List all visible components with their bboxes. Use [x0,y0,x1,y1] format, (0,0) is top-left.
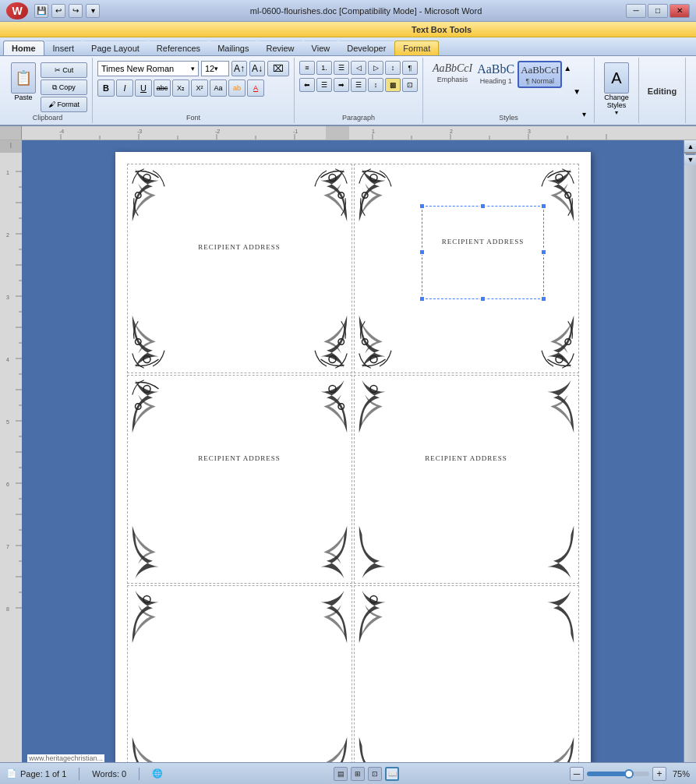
change-case-button[interactable]: Aa [210,79,227,97]
status-separator-2 [139,768,140,780]
bold-button[interactable]: B [97,79,115,97]
language-icon[interactable]: 🌐 [152,768,163,779]
tab-developer[interactable]: Developer [338,41,394,55]
handle-tm[interactable] [480,203,486,209]
handle-ml[interactable] [419,249,425,255]
handle-br[interactable] [541,296,546,302]
highlight-button[interactable]: ab [228,79,246,97]
shading-button[interactable]: ▩ [385,78,401,92]
label-cell-4[interactable]: RECIPIENT ADDRESS [354,375,579,584]
tab-mailings[interactable]: Mailings [209,41,257,55]
font-size-dropdown[interactable]: 12 ▾ [201,61,229,76]
window-title: ml-0600-flourishes.doc [Compatibility Mo… [106,6,626,16]
tab-format[interactable]: Format [394,41,439,55]
vertical-scrollbar[interactable]: ▲ ▼ [684,140,696,762]
svg-text:-2: -2 [215,129,220,134]
line-spacing-button[interactable]: ↕ [368,78,383,92]
maximize-button[interactable]: □ [648,4,668,18]
align-left-button[interactable]: ⬅ [299,78,315,92]
zoom-slider[interactable] [587,772,649,776]
cut-button[interactable]: ✂ Cut [41,62,87,78]
multilevel-button[interactable]: ☰ [334,61,349,75]
style-normal[interactable]: AaBbCcI ¶ Normal [518,61,562,88]
label-cell-1[interactable]: RECIPIENT ADDRESS [127,164,352,373]
word-count: Words: 0 [92,769,126,779]
handle-bm[interactable] [480,296,486,302]
label-cell-3[interactable]: RECIPIENT ADDRESS [127,375,352,584]
editing-content: Editing [648,61,677,122]
minimize-button[interactable]: ─ [626,4,646,18]
window-controls: ─ □ ✕ [626,4,690,18]
superscript-button[interactable]: X² [191,79,208,97]
save-button[interactable]: 💾 [34,4,48,18]
tab-insert[interactable]: Insert [44,41,83,55]
decrease-font-button[interactable]: A↓ [249,61,265,76]
undo-button[interactable]: ↩ [51,4,65,18]
align-center-button[interactable]: ☰ [316,78,332,92]
view-mode-btn-3[interactable]: ⊡ [368,767,382,781]
borders-button[interactable]: ⊡ [402,78,418,92]
handle-mr[interactable] [541,249,546,255]
label-cell-2[interactable]: RECIPIENT ADDRESS [354,164,579,373]
style-emphasis[interactable]: AaBbCcI Emphasis [431,61,474,85]
view-mode-btn-4[interactable]: 📖 [385,767,399,781]
scroll-thumb[interactable] [685,154,696,155]
font-color-button[interactable]: A [247,79,264,97]
document-area: RECIPIENT ADDRESS [22,140,684,762]
sort-button[interactable]: ↕ [385,61,401,75]
handle-tl[interactable] [419,203,425,209]
label-cell-6[interactable] [354,585,579,762]
decrease-indent-button[interactable]: ◁ [351,61,366,75]
font-name-dropdown[interactable]: Times New Roman ▾ [97,61,199,76]
paste-button[interactable]: 📋 Paste [8,61,39,103]
increase-font-button[interactable]: A↑ [231,61,247,76]
flourish-bl-4 [356,523,415,581]
copy-button[interactable]: ⧉ Copy [41,79,87,95]
italic-button[interactable]: I [116,79,133,97]
style-heading1[interactable]: AaBbC Heading 1 [475,61,516,87]
svg-text:|: | [10,142,12,148]
page-icon: 📄 [6,768,17,779]
show-formatting-button[interactable]: ¶ [402,61,418,75]
tab-references[interactable]: References [148,41,209,55]
justify-button[interactable]: ☰ [351,78,366,92]
increase-indent-button[interactable]: ▷ [368,61,383,75]
numbering-button[interactable]: 1. [316,61,332,75]
bullets-button[interactable]: ≡ [299,61,315,75]
styles-scroll-down[interactable]: ▼ [573,87,581,96]
tab-page-layout[interactable]: Page Layout [83,41,148,55]
scroll-up-button[interactable]: ▲ [684,140,696,153]
zoom-thumb[interactable] [624,769,634,779]
paragraph-content: ≡ 1. ☰ ◁ ▷ ↕ ¶ ⬅ ☰ ➡ ☰ ↕ ▩ ⊡ [299,61,418,122]
redo-button[interactable]: ↪ [69,4,83,18]
svg-text:-4: -4 [59,129,64,134]
strikethrough-button[interactable]: abc [154,79,171,97]
subscript-button[interactable]: X₂ [172,79,189,97]
styles-content: AaBbCcI Emphasis AaBbC Heading 1 AaBbCcI… [431,61,586,122]
zoom-out-button[interactable]: ─ [570,767,584,781]
view-mode-btn-1[interactable]: ▤ [334,767,348,781]
styles-scroll-up[interactable]: ▲ [564,64,571,72]
format-painter-button[interactable]: 🖌 Format [41,97,87,112]
recipient-text-1: RECIPIENT ADDRESS [198,243,281,251]
change-styles-group: A ChangeStyles ▾ [595,58,639,123]
tab-home[interactable]: Home [3,41,44,55]
tab-review[interactable]: Review [257,41,302,55]
handle-bl[interactable] [419,296,425,302]
svg-text:4: 4 [6,357,9,362]
view-mode-btn-2[interactable]: ⊞ [351,767,365,781]
textbox-content[interactable]: RECIPIENT ADDRESS [422,235,544,249]
qa-dropdown[interactable]: ▾ [86,4,100,18]
flourish-tl-3 [129,377,188,436]
clear-formatting-button[interactable]: ⌧ [267,61,289,76]
office-button[interactable]: W [6,2,28,19]
normal-preview: AaBbCcI [521,64,559,76]
label-cell-5[interactable] [127,585,352,762]
zoom-in-button[interactable]: + [652,767,666,781]
change-styles-button[interactable]: A ChangeStyles ▾ [599,61,634,118]
underline-button[interactable]: U [135,79,152,97]
tab-view[interactable]: View [303,41,339,55]
normal-label: ¶ Normal [526,77,554,85]
align-right-button[interactable]: ➡ [334,78,349,92]
close-button[interactable]: ✕ [670,4,690,18]
